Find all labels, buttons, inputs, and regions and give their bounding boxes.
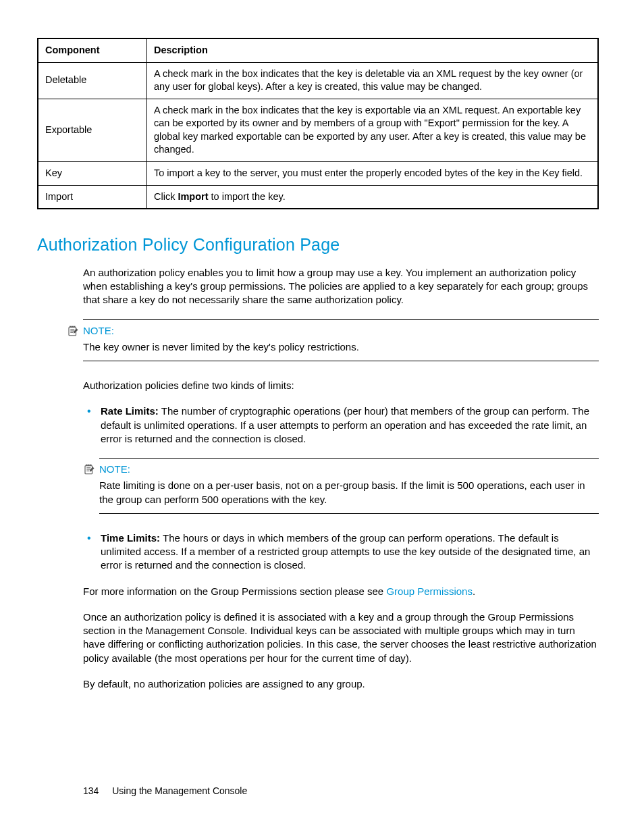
cell-component: Exportable [38, 99, 147, 161]
page-number: 134 [83, 785, 99, 796]
note-label: NOTE: [99, 463, 130, 476]
list-item: Time Limits: The hours or days in which … [83, 531, 599, 573]
limits-intro: Authorization policies define two kinds … [83, 379, 599, 392]
note-header: NOTE: [67, 324, 599, 338]
th-component: Component [38, 38, 147, 62]
cell-description: A check mark in the box indicates that t… [147, 99, 599, 161]
table-header-row: Component Description [38, 38, 598, 62]
component-table: Component Description Deletable A check … [37, 38, 599, 209]
group-permissions-link[interactable]: Group Permissions [386, 585, 473, 597]
table-row: Exportable A check mark in the box indic… [38, 99, 598, 161]
rate-label: Rate Limits: [101, 405, 159, 417]
rate-body: The number of cryptographic operations (… [101, 405, 589, 444]
cell-component: Import [38, 185, 147, 209]
note-header: NOTE: [83, 463, 599, 476]
note-block: NOTE: The key owner is never limited by … [83, 319, 599, 362]
text: Click [154, 191, 178, 202]
cell-component: Key [38, 161, 147, 185]
more-info: For more information on the Group Permis… [83, 585, 599, 598]
page-footer: 134 Using the Management Console [83, 785, 247, 798]
table-row: Key To import a key to the server, you m… [38, 161, 598, 185]
text-bold: Import [178, 191, 208, 202]
note-body: The key owner is never limited by the ke… [83, 340, 599, 354]
text: . [473, 585, 475, 597]
text: to import the key. [209, 191, 286, 202]
note-label: NOTE: [83, 324, 114, 338]
cell-description: To import a key to the server, you must … [147, 161, 599, 185]
note-icon [67, 325, 79, 337]
cell-component: Deletable [38, 62, 147, 99]
cell-description: A check mark in the box indicates that t… [147, 62, 599, 99]
note-body: Rate limiting is done on a per-user basi… [99, 479, 599, 506]
list-item: Rate Limits: The number of cryptographic… [83, 405, 599, 446]
time-body: The hours or days in which members of th… [101, 532, 590, 571]
default-paragraph: By default, no authorization policies ar… [83, 677, 599, 691]
assoc-paragraph: Once an authorization policy is defined … [83, 610, 599, 665]
intro-paragraph: An authorization policy enables you to l… [83, 266, 599, 307]
table-row: Deletable A check mark in the box indica… [38, 62, 598, 99]
time-label: Time Limits: [101, 532, 160, 544]
footer-title: Using the Management Console [112, 785, 247, 796]
section-heading: Authorization Policy Configuration Page [37, 234, 599, 257]
cell-description: Click Import to import the key. [147, 185, 599, 209]
note-icon [83, 463, 95, 475]
note-block: NOTE: Rate limiting is done on a per-use… [99, 458, 599, 514]
table-row: Import Click Import to import the key. [38, 185, 598, 209]
th-description: Description [147, 38, 599, 62]
text: For more information on the Group Permis… [83, 585, 386, 597]
